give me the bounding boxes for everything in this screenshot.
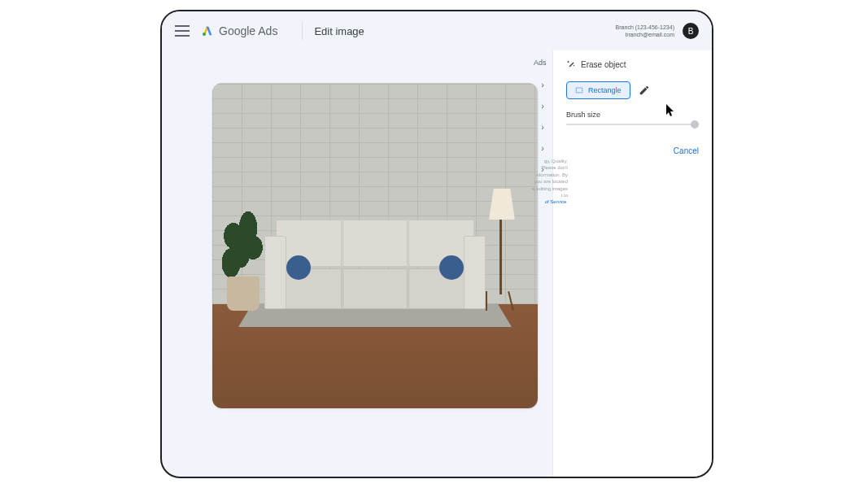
account-email: branch@email.com bbox=[616, 31, 674, 38]
ghost-text: gy, Quality, Please don't nformation. By… bbox=[519, 158, 568, 206]
hamburger-menu-icon[interactable] bbox=[175, 25, 190, 37]
avatar[interactable]: B bbox=[683, 23, 699, 39]
svg-rect-1 bbox=[576, 88, 582, 93]
chevron-right-icon[interactable]: › bbox=[532, 122, 553, 132]
page-title: Edit image bbox=[314, 25, 364, 37]
header: Google Ads Edit image Branch (123-456-12… bbox=[162, 11, 712, 50]
room-image bbox=[212, 83, 538, 408]
tool-row: Rectangle bbox=[553, 78, 712, 106]
pencil-icon[interactable] bbox=[639, 85, 650, 96]
tablet-frame: Google Ads Edit image Branch (123-456-12… bbox=[160, 10, 713, 478]
account-name: Branch (123-456-1234) bbox=[616, 24, 674, 31]
chevron-right-icon[interactable]: › bbox=[532, 143, 553, 153]
ghost-chevrons: › › › › › bbox=[532, 57, 553, 174]
rectangle-tool-button[interactable]: Rectangle bbox=[566, 81, 630, 99]
main-area: Ads › › › › › Erase object Recta bbox=[162, 50, 712, 477]
brush-size-slider[interactable] bbox=[566, 124, 699, 125]
logo-text: Google Ads bbox=[219, 24, 277, 37]
cancel-button[interactable]: Cancel bbox=[674, 146, 699, 155]
google-ads-logo-icon bbox=[201, 24, 214, 37]
google-ads-logo[interactable]: Google Ads bbox=[201, 24, 277, 37]
panel-title: Erase object bbox=[581, 60, 626, 69]
slider-thumb[interactable] bbox=[691, 120, 699, 129]
rectangle-icon bbox=[575, 86, 583, 94]
magic-wand-icon bbox=[566, 59, 576, 69]
side-panel: Ads › › › › › Erase object Recta bbox=[552, 50, 712, 477]
image-canvas[interactable] bbox=[212, 83, 538, 408]
account-info[interactable]: Branch (123-456-1234) branch@email.com bbox=[616, 24, 674, 38]
brush-size-label: Brush size bbox=[553, 106, 712, 120]
chevron-right-icon[interactable]: › bbox=[532, 80, 553, 89]
panel-header: Erase object bbox=[553, 50, 712, 78]
chevron-right-icon[interactable]: › bbox=[532, 101, 553, 111]
svg-point-0 bbox=[203, 33, 206, 36]
header-divider bbox=[302, 22, 303, 40]
